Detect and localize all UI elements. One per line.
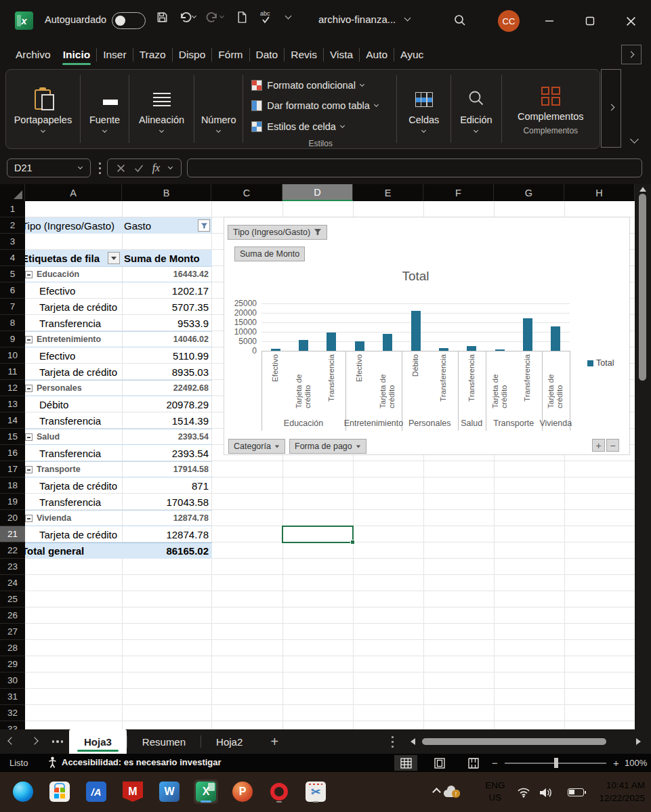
numero-group-button[interactable]: Número [194, 70, 243, 148]
document-title[interactable]: archivo-finanza... [318, 14, 396, 25]
estilos-de-celda-button[interactable]: Estilos de celda [251, 116, 390, 137]
row-header-33[interactable]: 33 [0, 721, 25, 729]
collapse-icon[interactable] [25, 271, 33, 278]
row-header-23[interactable]: 23 [0, 559, 25, 575]
ribbon-overflow-button[interactable] [601, 69, 621, 148]
dar-formato-como-tabla-button[interactable]: Dar formato como tabla [251, 95, 390, 116]
collapse-icon[interactable] [25, 466, 33, 473]
zoom-slider-thumb[interactable] [554, 758, 558, 768]
addins-group-button[interactable]: ComplementosComplementos [502, 70, 600, 148]
pivot-row-vivienda-20[interactable]: Vivienda12874.78 [25, 510, 212, 526]
row-header-7[interactable]: 7 [0, 299, 25, 315]
pivot-row-entretenimiento-9[interactable]: Entretenimiento14046.02 [25, 331, 212, 347]
column-header-d[interactable]: D [282, 184, 353, 201]
collapse-icon[interactable] [25, 515, 33, 522]
tab-inser[interactable]: Inser [97, 42, 132, 68]
scroll-left-icon[interactable] [411, 738, 415, 745]
edge-taskbar-icon[interactable] [11, 779, 35, 804]
vscroll-thumb[interactable] [639, 194, 646, 381]
pivot-row-transferencia-14[interactable]: Transferencia1514.39 [25, 412, 212, 429]
store-taskbar-icon[interactable] [47, 779, 72, 804]
row-header-16[interactable]: 16 [0, 445, 25, 461]
fuente-group-button[interactable]: Fuente [81, 70, 129, 148]
autosave-toggle[interactable] [112, 12, 146, 29]
chart-bar-transferencia-6[interactable] [439, 348, 448, 351]
edicion-group-button[interactable]: Edición [451, 70, 501, 148]
column-header-e[interactable]: E [353, 184, 423, 201]
vertical-scrollbar[interactable] [635, 184, 651, 729]
mcafee-taskbar-icon[interactable]: M [121, 779, 145, 804]
pivot-filter-row[interactable]: Tipo (Ingreso/Gasto)Gasto [25, 217, 212, 234]
normal-view-button[interactable] [394, 755, 417, 771]
row-header-2[interactable]: 2 [0, 217, 25, 234]
tab-ayuc[interactable]: Ayuc [394, 42, 429, 68]
cancel-entry-icon[interactable] [117, 164, 125, 173]
snip-taskbar-icon[interactable]: ✂ [303, 779, 328, 804]
pivot-row-tarjeta-de-credito-21[interactable]: Tarjeta de crédito12874.78 [25, 526, 212, 542]
excel-task-taskbar-icon[interactable]: X [194, 779, 218, 804]
row-header-27[interactable]: 27 [0, 624, 25, 640]
chart-axis-field-button-forma-de-pago[interactable]: Forma de pago [289, 439, 366, 454]
row-header-3[interactable]: 3 [0, 234, 25, 250]
column-header-h[interactable]: H [564, 184, 635, 201]
chart-bar-debito-5[interactable] [411, 311, 421, 351]
row-header-31[interactable]: 31 [0, 689, 25, 705]
confirm-entry-icon[interactable] [134, 164, 144, 173]
row-header-29[interactable]: 29 [0, 656, 25, 672]
chart-bar-transferencia-9[interactable] [523, 318, 532, 351]
chart-bar-tarjeta-de-credito-10[interactable] [551, 326, 560, 351]
onedrive-icon[interactable]: ! [444, 790, 460, 797]
row-header-25[interactable]: 25 [0, 591, 25, 607]
row-header-32[interactable]: 32 [0, 705, 25, 721]
tab-dispo[interactable]: Dispo [173, 42, 212, 68]
row-header-17[interactable]: 17 [0, 461, 25, 477]
tab-revis[interactable]: Revis [285, 42, 323, 68]
title-dropdown-icon[interactable] [404, 15, 411, 22]
tab-auto[interactable]: Auto [360, 42, 394, 68]
selected-cell[interactable] [282, 526, 354, 543]
pivot-row-transporte-17[interactable]: Transporte17914.58 [25, 461, 212, 477]
formula-input[interactable] [187, 158, 642, 177]
pivot-row-efectivo-10[interactable]: Efectivo5110.99 [25, 347, 212, 364]
collapse-ribbon-icon[interactable] [625, 133, 644, 148]
column-header-c[interactable]: C [211, 184, 282, 201]
row-header-12[interactable]: 12 [0, 380, 25, 396]
search-icon[interactable] [453, 13, 467, 28]
minimize-button[interactable] [541, 12, 558, 30]
zoom-out-icon[interactable]: − [492, 757, 498, 769]
tab-vista[interactable]: Vista [324, 42, 359, 68]
row-header-19[interactable]: 19 [0, 494, 25, 510]
powerpoint-taskbar-icon[interactable]: P [230, 779, 255, 804]
horizontal-scrollbar[interactable] [411, 737, 641, 746]
row-header-5[interactable]: 5 [0, 266, 25, 282]
wifi-icon[interactable] [517, 787, 530, 800]
opera-taskbar-icon[interactable] [267, 779, 291, 804]
row-header-18[interactable]: 18 [0, 477, 25, 494]
formato-condicional-button[interactable]: Formato condicional [251, 75, 390, 95]
add-sheet-button[interactable]: + [257, 729, 291, 754]
column-header-b[interactable]: B [122, 184, 211, 201]
row-header-26[interactable]: 26 [0, 607, 25, 624]
avatar[interactable]: CC [498, 10, 520, 32]
row-header-4[interactable]: 4 [0, 250, 25, 266]
row-header-10[interactable]: 10 [0, 347, 25, 364]
chart-value-field-button[interactable]: Suma de Monto [234, 247, 305, 261]
column-header-g[interactable]: G [494, 184, 564, 201]
hscroll-thumb[interactable] [422, 738, 606, 745]
pivot-row-personales-12[interactable]: Personales22492.68 [25, 380, 212, 396]
row-header-30[interactable]: 30 [0, 672, 25, 689]
pivot-row-transferencia-8[interactable]: Transferencia9533.9 [25, 315, 212, 331]
pivot-rowlabels-dropdown-icon[interactable] [108, 252, 120, 264]
pivot-row-salud-15[interactable]: Salud2393.54 [25, 429, 212, 445]
pivot-filter-icon[interactable] [198, 219, 210, 232]
ace-taskbar-icon[interactable]: /A [84, 779, 108, 804]
chart-bar-tarjeta-de-credito-4[interactable] [383, 334, 392, 351]
next-sheet-icon[interactable] [23, 729, 46, 754]
row-header-9[interactable]: 9 [0, 331, 25, 347]
page-break-view-button[interactable] [462, 755, 485, 771]
page-layout-view-button[interactable] [428, 755, 451, 771]
name-box[interactable]: D21 [7, 158, 91, 177]
worksheet-grid[interactable]: ABCDEFGH12345678910111213141516171819202… [0, 184, 651, 729]
close-button[interactable] [622, 12, 639, 30]
document-icon[interactable] [234, 9, 249, 24]
